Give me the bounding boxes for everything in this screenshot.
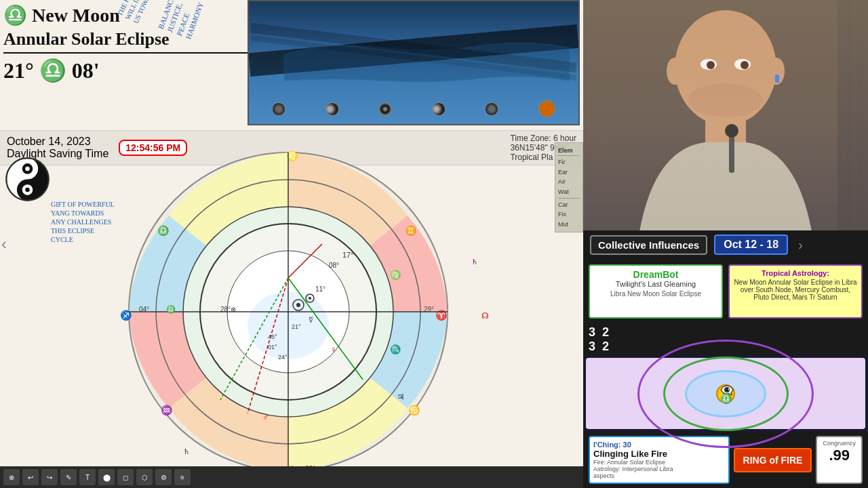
svg-text:45°: 45° (268, 333, 277, 340)
eclipse-dot-1 (272, 102, 285, 116)
yin-yang-symbol (5, 157, 50, 201)
dreambot-card: DreamBot Twilight's Last Gleaming Libra … (589, 264, 723, 319)
astrology-chart-panel: ♎ New Moon Annular Solar Eclipse 21° ♎ 0… (0, 0, 583, 488)
natal-chart: ♈ ♊ ♌ ♎ ♐ ♒ ♈ ♋ ♍ ♏ 04° 28°⊗ 29° (58, 142, 519, 481)
svg-text:24°: 24° (278, 354, 288, 361)
svg-text:♀: ♀ (330, 344, 337, 354)
svg-text:♄: ♄ (183, 447, 190, 455)
collective-label: Collective Influences (590, 235, 707, 255)
svg-point-32 (309, 297, 311, 300)
congruency-value: .99 (823, 447, 856, 464)
eclipse-dot-3 (432, 102, 446, 116)
solar-system-diagram: ☀ 👁️‍🗨️ ♎ (586, 358, 865, 429)
eclipse-phase-dots (252, 100, 575, 117)
iching-desc: Fire: Annular Solar Eclipse Astrology: I… (593, 459, 725, 479)
dreambot-subtitle: Twilight's Last Gleaming (593, 280, 718, 288)
chart-nav-left[interactable]: ‹ (1, 235, 7, 253)
svg-point-69 (688, 83, 763, 117)
element-water: Wat (558, 187, 580, 197)
svg-text:♒: ♒ (161, 405, 173, 416)
eclipse-dot-2 (326, 102, 339, 116)
svg-text:♎: ♎ (166, 304, 176, 314)
taskbar: ⊕ ↩ ↪ ✎ T ⬤ ◻ ⬡ ⚙ ≡ (0, 466, 583, 488)
svg-point-68 (741, 61, 749, 69)
svg-text:21°: 21° (292, 323, 301, 330)
elements-sidebar: Elem Fir Ear Air Wat Car Fix Mut (555, 142, 583, 232)
element-fixed: Fix (558, 209, 580, 219)
element-earth: Ear (558, 167, 580, 177)
elements-divider (558, 198, 580, 199)
taskbar-icon-8[interactable]: ⬡ (136, 469, 153, 485)
eclipse-dot-annular (378, 102, 392, 116)
webcam-panel: Collective Influences Oct 12 - 18 › Drea… (583, 0, 868, 488)
svg-text:11°: 11° (315, 285, 326, 293)
svg-text:♎: ♎ (157, 225, 170, 237)
score-col-1: 3 3 (589, 325, 595, 354)
tropical-card: Tropical Astrology: New Moon Annular Sol… (728, 264, 863, 319)
taskbar-icon-3[interactable]: ↪ (41, 469, 58, 485)
dreambot-title: DreamBot (593, 269, 718, 280)
cards-area: DreamBot Twilight's Last Gleaming Libra … (583, 259, 868, 324)
svg-text:♍: ♍ (390, 269, 401, 281)
svg-rect-72 (729, 132, 734, 173)
taskbar-icon-1[interactable]: ⊕ (3, 469, 20, 485)
element-cardinal: Car (558, 200, 580, 209)
svg-text:28°⊗: 28°⊗ (220, 306, 236, 313)
svg-point-67 (707, 61, 715, 69)
collective-influences-header: Collective Influences Oct 12 - 18 › (583, 230, 868, 259)
eclipse-dot-4 (485, 102, 498, 116)
svg-text:♌: ♌ (286, 150, 298, 162)
svg-text:♄: ♄ (471, 258, 478, 266)
eclipse-dot-5 (538, 100, 555, 117)
element-mutable: Mut (558, 220, 580, 229)
dreambot-desc: Libra New Moon Solar Eclipse (593, 290, 718, 298)
info-overlay: Collective Influences Oct 12 - 18 › Drea… (583, 230, 868, 488)
svg-point-30 (296, 303, 300, 307)
iching-name: Clinging Like Fire (593, 449, 725, 459)
svg-text:☊: ☊ (481, 311, 489, 321)
ring-of-fire-button[interactable]: RING of FIRE (734, 448, 812, 472)
svg-point-70 (667, 58, 683, 85)
svg-text:♋: ♋ (408, 405, 420, 416)
element-fire: Fir (558, 157, 580, 167)
svg-text:♊: ♊ (405, 225, 417, 237)
taskbar-icon-5[interactable]: T (79, 469, 96, 485)
svg-text:☿: ☿ (309, 315, 313, 323)
score-2-bot: 2 (602, 340, 609, 354)
element-air: Air (558, 177, 580, 186)
svg-rect-74 (775, 75, 779, 83)
score-2-top: 2 (602, 325, 609, 340)
svg-text:04°: 04° (139, 306, 149, 313)
eclipse-map (248, 0, 580, 125)
nav-next-arrow[interactable]: › (795, 237, 806, 253)
svg-point-5 (25, 167, 30, 171)
congruency-label: Congruency (823, 440, 856, 447)
tropical-title: Tropical Astrology: (733, 269, 858, 277)
taskbar-icon-2[interactable]: ↩ (22, 469, 39, 485)
score-1-top: 3 (589, 325, 595, 340)
svg-text:29°: 29° (424, 306, 434, 313)
right-panel: Collective Influences Oct 12 - 18 › Drea… (583, 0, 868, 488)
score-1-bot: 3 (589, 340, 595, 354)
svg-point-73 (725, 124, 738, 138)
webcam-feed (583, 0, 868, 244)
taskbar-icon-7[interactable]: ◻ (117, 469, 134, 485)
svg-text:♃: ♃ (397, 392, 405, 402)
date-range-badge: Oct 12 - 18 (714, 235, 788, 255)
svg-text:01°: 01° (268, 344, 277, 350)
elements-header: Elem (558, 146, 580, 156)
tropical-desc: New Moon Annular Solar Eclipse in Libra … (733, 279, 858, 301)
taskbar-icon-4[interactable]: ✎ (60, 469, 77, 485)
taskbar-icon-10[interactable]: ≡ (174, 469, 191, 485)
svg-text:♂: ♂ (262, 412, 269, 422)
taskbar-icon-9[interactable]: ⚙ (155, 469, 172, 485)
taskbar-icon-6[interactable]: ⬤ (98, 469, 115, 485)
title-degrees: 21° ♎ 08' (3, 57, 248, 85)
svg-point-6 (25, 188, 30, 192)
libra-diagram-symbol: ♎ (720, 393, 732, 404)
svg-text:♏: ♏ (390, 344, 401, 355)
svg-text:17°: 17° (342, 251, 354, 259)
svg-text:08°: 08° (329, 262, 339, 269)
chart-svg: ♈ ♊ ♌ ♎ ♐ ♒ ♈ ♋ ♍ ♏ 04° 28°⊗ 29° (58, 142, 519, 481)
title-eclipse-line: Annular Solar Eclipse (3, 28, 248, 54)
